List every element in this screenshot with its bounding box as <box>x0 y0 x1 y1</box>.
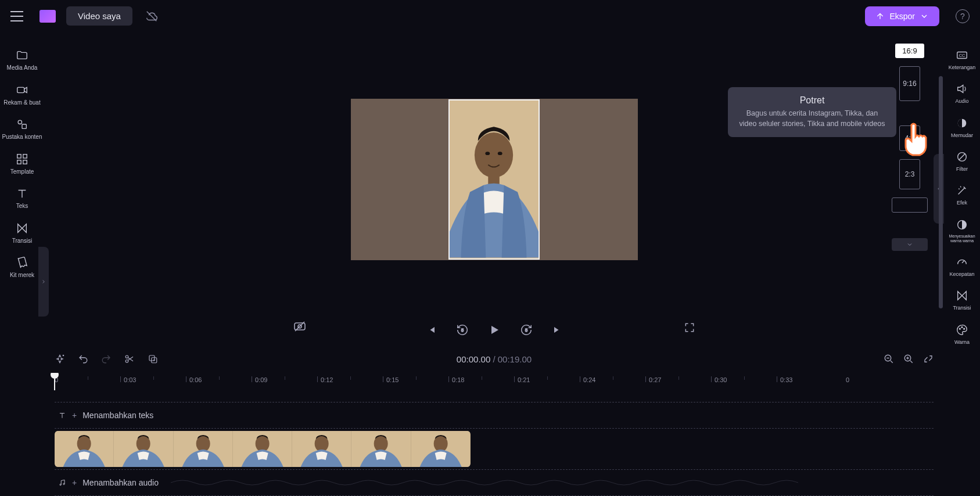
rightbar-item-speed[interactable]: Kecepatan <box>944 249 980 283</box>
svg-rect-5 <box>23 154 27 157</box>
timeline-ruler[interactable]: 00:030:060:090:120:150:180:210:240:270:3… <box>44 373 944 390</box>
add-text-button[interactable]: + Menambahkan teks <box>55 411 153 420</box>
zoom-out-button[interactable] <box>884 354 894 364</box>
svg-point-54 <box>959 328 960 329</box>
book-icon <box>16 256 28 269</box>
svg-point-11 <box>498 152 502 155</box>
app-logo <box>40 10 56 23</box>
preview-visibility-toggle[interactable] <box>293 319 307 333</box>
add-text-label: Menambahkan teks <box>82 411 153 420</box>
sidebar-item-label: Warna <box>954 339 970 345</box>
rightbar-item-fade[interactable]: Memudar <box>944 110 980 144</box>
preview-region: Potret Bagus untuk cerita Instagram, Tik… <box>44 32 944 345</box>
sidebar-item-transition[interactable]: Transisi <box>0 215 44 250</box>
sidebar-item-label: Kit merek <box>10 272 34 279</box>
sidebar-item-label: Media Anda <box>7 64 38 71</box>
sidebar-item-brandkit[interactable]: Kit merek <box>0 250 44 285</box>
palette-icon <box>956 323 968 337</box>
add-audio-button[interactable]: + Menambahkan audio <box>55 478 159 487</box>
left-sidebar: Media Anda Rekam & buat Pustaka konten T… <box>0 32 44 496</box>
shapes-icon <box>16 117 28 131</box>
rightbar-item-audio[interactable]: Audio <box>944 76 980 110</box>
video-clip[interactable] <box>55 431 471 467</box>
speaker-icon <box>956 82 968 96</box>
sidebar-item-template[interactable]: Template <box>0 146 44 181</box>
tooltip-body: Bagus untuk cerita Instagram, Tikka, dan… <box>738 108 886 129</box>
time-total: 00:19.00 <box>498 354 532 364</box>
export-label: Ekspor <box>889 12 915 21</box>
svg-text:5: 5 <box>525 328 527 333</box>
rightbar-item-transition[interactable]: Transisi <box>944 283 980 317</box>
fullscreen-button[interactable] <box>684 322 695 333</box>
rightbar-item-adjust-color[interactable]: Menyesuaikan warna warna <box>944 212 980 249</box>
video-track[interactable] <box>55 428 934 470</box>
svg-point-9 <box>475 132 513 178</box>
grid-icon <box>16 152 28 166</box>
rightbar-item-color[interactable]: Warna <box>944 317 980 351</box>
svg-rect-3 <box>22 124 26 128</box>
text-track[interactable]: + Menambahkan teks <box>55 402 934 429</box>
transition-icon <box>956 289 968 303</box>
export-button[interactable]: Ekspor <box>865 6 939 26</box>
right-sidebar: CC Keterangan Audio Memudar Filter Efek … <box>944 32 980 496</box>
fade-icon <box>956 116 968 130</box>
sidebar-item-media[interactable]: Media Anda <box>0 42 44 77</box>
aspect-2-3[interactable]: 2:3 <box>899 159 920 189</box>
wand-icon <box>956 184 968 197</box>
sidebar-item-label: Transisi <box>953 305 971 311</box>
sidebar-item-label: Teks <box>16 203 28 210</box>
svg-rect-6 <box>17 160 21 163</box>
sidebar-item-text[interactable]: Teks <box>0 181 44 215</box>
undo-button[interactable] <box>78 354 88 364</box>
duplicate-button[interactable] <box>148 354 158 364</box>
rightbar-item-filter[interactable]: Filter <box>944 144 980 178</box>
rightbar-item-effects[interactable]: Efek <box>944 178 980 211</box>
rewind-5-button[interactable]: 5 <box>456 324 469 336</box>
play-button[interactable] <box>487 323 501 337</box>
zoom-in-button[interactable] <box>903 354 914 364</box>
top-bar: Video saya Ekspor ? <box>0 0 980 32</box>
clip-portrait-frame[interactable] <box>448 99 540 260</box>
hamburger-menu[interactable] <box>10 11 23 21</box>
aspect-collapse[interactable] <box>892 238 928 251</box>
audio-waveform <box>171 476 810 490</box>
aspect-9-16[interactable]: 9:16 <box>899 66 920 101</box>
project-title[interactable]: Video saya <box>66 6 132 26</box>
skip-end-button[interactable] <box>551 324 563 336</box>
forward-5-button[interactable]: 5 <box>520 324 533 336</box>
folder-icon <box>16 48 28 62</box>
zoom-fit-button[interactable] <box>923 354 934 364</box>
aspect-tooltip: Potret Bagus untuk cerita Instagram, Tik… <box>728 87 896 137</box>
sidebar-item-label: Audio <box>955 98 968 104</box>
preview-canvas[interactable] <box>351 99 638 260</box>
redo-button[interactable] <box>101 354 112 364</box>
center-column: Potret Bagus untuk cerita Instagram, Tik… <box>44 32 944 496</box>
timeline-toolbar: 00:00.00 / 00:19.00 <box>44 345 944 373</box>
svg-point-18 <box>63 355 64 356</box>
playhead[interactable] <box>55 373 59 390</box>
sync-off-icon[interactable] <box>145 10 158 23</box>
svg-point-10 <box>485 152 490 155</box>
autofit-button[interactable] <box>55 354 65 364</box>
svg-text:CC: CC <box>959 53 965 58</box>
contrast-icon <box>956 218 968 232</box>
svg-line-52 <box>959 154 965 160</box>
svg-point-19 <box>125 355 128 358</box>
rightbar-item-captions[interactable]: CC Keterangan <box>944 42 980 76</box>
help-button[interactable]: ? <box>956 9 970 23</box>
sidebar-item-label: Filter <box>956 166 968 172</box>
sidebar-item-record[interactable]: Rekam & buat <box>0 77 44 112</box>
sidebar-item-library[interactable]: Pustaka konten <box>0 112 44 146</box>
aspect-current[interactable]: 16:9 <box>895 44 924 58</box>
playback-controls: 5 5 <box>426 323 563 337</box>
sidebar-item-label: Rekam & buat <box>3 99 40 106</box>
transition-icon <box>16 221 28 235</box>
skip-start-button[interactable] <box>426 324 437 336</box>
camera-icon <box>16 83 28 97</box>
aspect-scrollbar[interactable] <box>939 76 943 308</box>
audio-track[interactable]: + Menambahkan audio <box>55 469 934 496</box>
split-button[interactable] <box>124 354 135 364</box>
svg-point-47 <box>63 483 64 484</box>
aspect-wide[interactable] <box>892 197 928 213</box>
sidebar-item-label: Keterangan <box>949 64 976 70</box>
